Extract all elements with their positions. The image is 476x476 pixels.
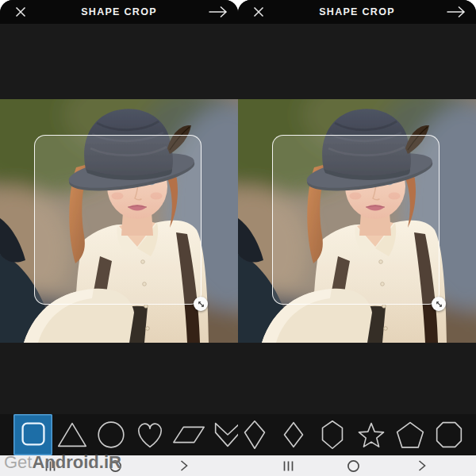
shape-chevron-icon[interactable] [208, 414, 238, 455]
shape-hexagon-icon[interactable] [313, 414, 351, 455]
shape-strip [0, 414, 238, 455]
back-button[interactable] [413, 455, 431, 476]
android-nav-bar [238, 455, 476, 476]
shape-triangle-icon[interactable] [52, 414, 91, 455]
crop-resize-handle[interactable] [432, 297, 446, 311]
shape-kite-icon[interactable] [238, 414, 274, 455]
top-bar-left: SHAPE CROP [0, 0, 238, 24]
back-button[interactable] [175, 455, 193, 476]
photo-canvas[interactable] [0, 99, 238, 343]
home-icon [347, 459, 360, 473]
close-icon [251, 5, 266, 19]
diagonal-resize-icon [197, 300, 205, 309]
back-icon [179, 459, 189, 472]
shape-strip [238, 414, 476, 455]
recent-apps-button[interactable] [279, 455, 297, 476]
next-button[interactable] [445, 3, 466, 21]
close-button[interactable] [248, 3, 269, 21]
screenshot-panel-right: SHAPE CROP [238, 0, 476, 476]
shape-octagon-icon[interactable] [429, 414, 468, 455]
back-icon [417, 459, 427, 472]
crop-region[interactable] [34, 135, 202, 305]
arrow-right-icon [208, 6, 228, 18]
shape-diamond-icon[interactable] [274, 414, 313, 455]
arrow-right-icon [446, 6, 466, 18]
page-title: SHAPE CROP [31, 6, 207, 17]
shape-star-icon[interactable] [351, 414, 390, 455]
shape-square-icon[interactable] [13, 414, 52, 455]
watermark-bold-text: Android.iR [32, 452, 121, 472]
home-button[interactable] [344, 455, 362, 476]
photo-canvas[interactable] [238, 99, 476, 343]
top-bar-right: SHAPE CROP [238, 0, 476, 24]
crop-region[interactable] [272, 135, 440, 305]
next-button[interactable] [207, 3, 228, 21]
recent-apps-icon [282, 460, 294, 472]
close-icon [13, 5, 28, 19]
close-button[interactable] [10, 3, 31, 21]
shape-pentagon-icon[interactable] [390, 414, 429, 455]
shape-heart-icon[interactable] [130, 414, 169, 455]
crop-resize-handle[interactable] [194, 297, 208, 311]
page: SHAPE CROP [0, 0, 476, 476]
watermark-light-text: Get [4, 452, 32, 472]
screenshot-panel-left: SHAPE CROP [0, 0, 238, 476]
page-title: SHAPE CROP [269, 6, 445, 17]
watermark: GetAndroid.iR [4, 453, 121, 472]
diagonal-resize-icon [435, 300, 443, 309]
shape-circle-icon[interactable] [91, 414, 130, 455]
shape-parallelogram-icon[interactable] [169, 414, 208, 455]
